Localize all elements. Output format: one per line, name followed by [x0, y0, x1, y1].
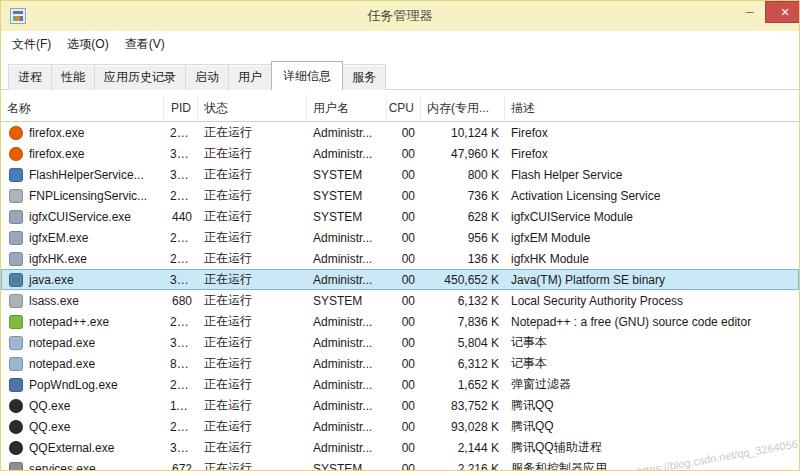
- process-memory: 136 K: [421, 252, 505, 266]
- process-status: 正在运行: [198, 460, 307, 471]
- qq-icon: [9, 441, 23, 455]
- table-row[interactable]: QQ.exe 20460 正在运行 Administr... 00 93,028…: [1, 416, 799, 437]
- notepad-plus-plus-icon: [9, 315, 23, 329]
- process-pid: 33392: [164, 441, 198, 455]
- table-row[interactable]: igfxEM.exe 2416 正在运行 Administr... 00 956…: [1, 227, 799, 248]
- process-cpu: 00: [387, 378, 421, 392]
- table-row[interactable]: QQExternal.exe 33392 正在运行 Administr... 0…: [1, 437, 799, 458]
- qq-icon: [9, 420, 23, 434]
- process-cpu: 00: [387, 336, 421, 350]
- java-icon: [9, 273, 23, 287]
- table-row[interactable]: services.exe 672 正在运行 SYSTEM 00 2,216 K …: [1, 458, 799, 471]
- table-row[interactable]: igfxHK.exe 2424 正在运行 Administr... 00 136…: [1, 248, 799, 269]
- process-name: igfxHK.exe: [29, 252, 87, 266]
- process-name: igfxCUIService.exe: [29, 210, 131, 224]
- menu-item[interactable]: 选项(O): [59, 32, 116, 57]
- tab-进程[interactable]: 进程: [8, 64, 52, 90]
- process-name: notepad.exe: [29, 357, 95, 371]
- process-pid: 30864: [164, 168, 198, 182]
- tab-应用历史记录[interactable]: 应用历史记录: [94, 64, 186, 90]
- process-status: 正在运行: [198, 334, 307, 351]
- table-row[interactable]: notepad++.exe 25740 正在运行 Administr... 00…: [1, 311, 799, 332]
- process-status: 正在运行: [198, 124, 307, 141]
- firefox-icon: [9, 147, 23, 161]
- process-status: 正在运行: [198, 313, 307, 330]
- process-name: lsass.exe: [29, 294, 79, 308]
- table-row[interactable]: firefox.exe 33832 正在运行 Administr... 00 4…: [1, 143, 799, 164]
- menu-item[interactable]: 文件(F): [4, 32, 59, 57]
- process-memory: 628 K: [421, 210, 505, 224]
- igfx-icon: [9, 210, 23, 224]
- qq-icon: [9, 399, 23, 413]
- table-row[interactable]: QQ.exe 11328 正在运行 Administr... 00 83,752…: [1, 395, 799, 416]
- firefox-icon: [9, 126, 23, 140]
- column-header-描述[interactable]: 描述: [505, 95, 799, 121]
- process-description: 腾讯QQ辅助进程: [505, 439, 799, 456]
- process-name: igfxEM.exe: [29, 231, 88, 245]
- table-row[interactable]: FNPLicensingServic... 20464 正在运行 SYSTEM …: [1, 185, 799, 206]
- process-pid: 440: [164, 210, 198, 224]
- process-user: SYSTEM: [307, 210, 387, 224]
- table-row[interactable]: notepad.exe 36332 正在运行 Administr... 00 5…: [1, 332, 799, 353]
- process-cpu: 00: [387, 273, 421, 287]
- process-user: SYSTEM: [307, 294, 387, 308]
- process-user: SYSTEM: [307, 189, 387, 203]
- column-header-CPU[interactable]: CPU: [387, 95, 421, 121]
- process-cpu: 00: [387, 210, 421, 224]
- column-header-内存(专用...[interactable]: 内存(专用...: [421, 95, 505, 121]
- column-header-用户名[interactable]: 用户名: [307, 95, 387, 121]
- minimize-button[interactable]: ─: [735, 1, 765, 23]
- table-row[interactable]: lsass.exe 680 正在运行 SYSTEM 00 6,132 K Loc…: [1, 290, 799, 311]
- process-name-cell: lsass.exe: [1, 294, 164, 308]
- column-header-状态[interactable]: 状态: [198, 95, 307, 121]
- process-memory: 6,312 K: [421, 357, 505, 371]
- process-name-cell: firefox.exe: [1, 147, 164, 161]
- column-header-PID[interactable]: PID: [164, 95, 198, 121]
- process-cpu: 00: [387, 231, 421, 245]
- menu-item[interactable]: 查看(V): [117, 32, 173, 57]
- process-cpu: 00: [387, 315, 421, 329]
- title-bar[interactable]: 任务管理器 ─ ✕: [1, 1, 799, 31]
- table-row[interactable]: java.exe 36792 正在运行 Administr... 00 450,…: [1, 269, 799, 290]
- process-memory: 956 K: [421, 231, 505, 245]
- process-user: Administr...: [307, 147, 387, 161]
- tab-启动[interactable]: 启动: [185, 64, 229, 90]
- window-controls: ─ ✕: [735, 1, 799, 31]
- tab-详细信息[interactable]: 详细信息: [271, 61, 343, 90]
- process-description: 腾讯QQ: [505, 418, 799, 435]
- flash-helper-icon: [9, 168, 23, 182]
- process-name: java.exe: [29, 273, 74, 287]
- process-pid: 36792: [164, 273, 198, 287]
- tab-性能[interactable]: 性能: [51, 64, 95, 90]
- process-description: igfxEM Module: [505, 231, 799, 245]
- column-header-名称[interactable]: 名称: [1, 95, 164, 121]
- process-memory: 2,216 K: [421, 462, 505, 471]
- table-row[interactable]: igfxCUIService.exe 440 正在运行 SYSTEM 00 62…: [1, 206, 799, 227]
- tab-服务[interactable]: 服务: [342, 64, 386, 90]
- process-pid: 11328: [164, 399, 198, 413]
- process-name-cell: FNPLicensingServic...: [1, 189, 164, 203]
- details-panel: 名称 PID 状态 用户名 CPU 内存(专用... 描述 firefox.ex…: [1, 95, 799, 471]
- table-row[interactable]: FlashHelperService... 30864 正在运行 SYSTEM …: [1, 164, 799, 185]
- process-name-cell: FlashHelperService...: [1, 168, 164, 182]
- tab-用户[interactable]: 用户: [228, 64, 272, 90]
- process-pid: 680: [164, 294, 198, 308]
- process-name: QQ.exe: [29, 420, 70, 434]
- process-memory: 450,652 K: [421, 273, 505, 287]
- process-pid: 36332: [164, 336, 198, 350]
- process-name-cell: notepad.exe: [1, 357, 164, 371]
- process-name: notepad.exe: [29, 336, 95, 350]
- process-name-cell: igfxCUIService.exe: [1, 210, 164, 224]
- table-row[interactable]: firefox.exe 29320 正在运行 Administr... 00 1…: [1, 122, 799, 143]
- table-row[interactable]: PopWndLog.exe 23184 正在运行 Administr... 00…: [1, 374, 799, 395]
- process-pid: 25740: [164, 315, 198, 329]
- menu-bar: 文件(F) 选项(O) 查看(V): [1, 31, 799, 57]
- process-user: Administr...: [307, 273, 387, 287]
- process-description: igfxCUIService Module: [505, 210, 799, 224]
- process-description: Activation Licensing Service: [505, 189, 799, 203]
- table-row[interactable]: notepad.exe 8236 正在运行 Administr... 00 6,…: [1, 353, 799, 374]
- process-name-cell: firefox.exe: [1, 126, 164, 140]
- process-cpu: 00: [387, 462, 421, 471]
- process-pid: 20464: [164, 189, 198, 203]
- close-button[interactable]: ✕: [765, 1, 800, 23]
